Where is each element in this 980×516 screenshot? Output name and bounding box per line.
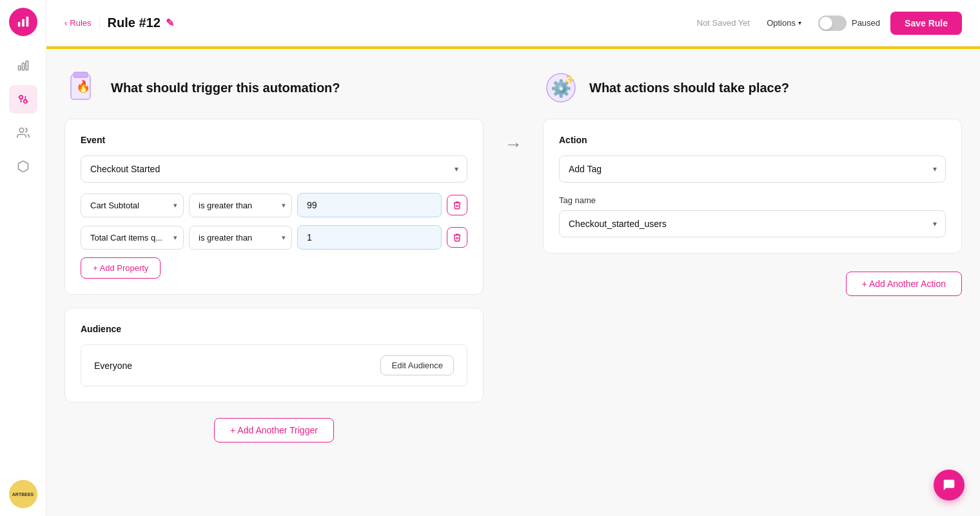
trigger-section-title: What should trigger this automation? xyxy=(111,81,340,95)
svg-rect-1 xyxy=(22,19,24,26)
svg-rect-5 xyxy=(26,61,28,70)
event-label: Event xyxy=(81,135,467,145)
edit-icon[interactable]: ✎ xyxy=(166,17,174,29)
action-section-header: ⚙️ ✨ What actions should take place? xyxy=(543,70,962,106)
svg-rect-14 xyxy=(74,72,88,77)
back-chevron-icon: ‹ xyxy=(64,18,67,28)
tag-name-label: Tag name xyxy=(559,195,946,205)
not-saved-status: Not Saved Yet xyxy=(697,18,750,28)
contacts-icon xyxy=(17,126,30,139)
rules-icon xyxy=(17,93,30,106)
toggle-knob xyxy=(819,17,832,30)
audience-inner: Everyone Edit Audience xyxy=(81,344,467,386)
svg-point-12 xyxy=(19,128,24,133)
condition-row-1: Cart Subtotal Total Cart items q... Orde… xyxy=(81,193,467,217)
condition-2-operator-select[interactable]: is greater than is less than equals cont… xyxy=(189,226,292,250)
action-panel: ⚙️ ✨ What actions should take place? Act… xyxy=(543,70,962,495)
condition-1-property-wrapper: Cart Subtotal Total Cart items q... Orde… xyxy=(81,194,184,217)
analytics-icon xyxy=(17,59,30,72)
svg-text:🔥: 🔥 xyxy=(76,79,91,94)
paused-label: Paused xyxy=(852,18,880,28)
products-icon xyxy=(17,160,30,173)
add-another-action-button[interactable]: + Add Another Action xyxy=(846,272,962,296)
back-label: Rules xyxy=(70,18,91,28)
action-label: Action xyxy=(559,135,946,145)
conditions-group: Cart Subtotal Total Cart items q... Orde… xyxy=(81,193,467,250)
avatar-text: ARTBEES xyxy=(12,492,34,497)
event-select[interactable]: Checkout Started Order Completed Page Vi… xyxy=(81,155,467,183)
trigger-panel: 🔥 What should trigger this automation? E… xyxy=(64,70,484,495)
arrow-separator: → xyxy=(504,70,522,495)
header-divider xyxy=(99,17,100,30)
flow-arrow-icon: → xyxy=(504,134,522,155)
trigger-section-icon: 🔥 xyxy=(64,70,101,106)
sidebar: ARTBEES xyxy=(0,0,46,516)
trigger-icon: 🔥 xyxy=(64,70,101,106)
trigger-section-header: 🔥 What should trigger this automation? xyxy=(64,70,484,106)
svg-point-7 xyxy=(23,100,26,103)
condition-2-delete-button[interactable] xyxy=(447,227,467,248)
save-rule-button[interactable]: Save Rule xyxy=(890,12,962,35)
condition-2-value-input[interactable] xyxy=(297,225,442,250)
chat-icon xyxy=(942,478,956,492)
paused-toggle-group: Paused xyxy=(818,15,880,31)
condition-1-value-wrapper xyxy=(297,193,442,217)
header: ‹ Rules Rule #12 ✎ Not Saved Yet Options… xyxy=(46,0,980,46)
paused-toggle[interactable] xyxy=(818,15,847,31)
action-card: Action Add Tag Remove Tag Send Email Upd… xyxy=(543,119,962,253)
svg-rect-3 xyxy=(18,66,20,70)
svg-rect-4 xyxy=(22,63,24,70)
options-button[interactable]: Options ▾ xyxy=(760,14,808,32)
svg-text:✨: ✨ xyxy=(564,74,575,85)
svg-point-6 xyxy=(19,95,23,99)
logo-icon xyxy=(16,15,30,29)
audience-value: Everyone xyxy=(94,361,132,371)
condition-1-delete-button[interactable] xyxy=(447,195,467,215)
action-section-title: What actions should take place? xyxy=(589,81,789,95)
action-icon: ⚙️ ✨ xyxy=(543,70,579,106)
action-select-wrapper: Add Tag Remove Tag Send Email Update Pro… xyxy=(559,155,946,183)
condition-1-operator-wrapper: is greater than is less than equals cont… xyxy=(189,194,292,217)
sidebar-item-products[interactable] xyxy=(9,152,37,181)
condition-1-operator-select[interactable]: is greater than is less than equals cont… xyxy=(189,194,292,217)
add-property-button[interactable]: + Add Property xyxy=(81,257,161,279)
delete-2-icon xyxy=(453,233,462,242)
condition-2-value-wrapper xyxy=(297,225,442,250)
sidebar-item-analytics[interactable] xyxy=(9,52,37,80)
main-content: ‹ Rules Rule #12 ✎ Not Saved Yet Options… xyxy=(46,0,980,516)
add-action-wrapper: + Add Another Action xyxy=(543,266,962,296)
logo[interactable] xyxy=(9,8,37,36)
condition-row-2: Total Cart items q... Cart Subtotal Orde… xyxy=(81,225,467,250)
event-card: Event Checkout Started Order Completed P… xyxy=(64,119,484,295)
rule-title-text: Rule #12 xyxy=(108,15,161,30)
add-another-trigger-button[interactable]: + Add Another Trigger xyxy=(214,418,334,442)
edit-audience-button[interactable]: Edit Audience xyxy=(380,355,454,375)
sidebar-item-contacts[interactable] xyxy=(9,119,37,147)
options-label: Options xyxy=(767,18,796,28)
tag-select[interactable]: Checkout_started_users VIP_users High_va… xyxy=(559,210,946,237)
condition-2-property-select[interactable]: Total Cart items q... Cart Subtotal Orde… xyxy=(81,226,184,250)
action-section-icon: ⚙️ ✨ xyxy=(543,70,579,106)
condition-2-operator-wrapper: is greater than is less than equals cont… xyxy=(189,226,292,250)
svg-rect-0 xyxy=(17,22,20,26)
options-chevron-icon: ▾ xyxy=(798,19,801,26)
rule-title-group: Rule #12 ✎ xyxy=(108,15,174,30)
condition-1-value-input[interactable] xyxy=(297,193,442,217)
add-trigger-wrapper: + Add Another Trigger xyxy=(64,415,484,442)
delete-1-icon xyxy=(453,201,462,210)
header-right: Not Saved Yet Options ▾ Paused Save Rule xyxy=(697,12,962,35)
chat-fab-button[interactable] xyxy=(934,470,965,501)
user-avatar[interactable]: ARTBEES xyxy=(9,480,37,508)
tag-select-wrapper: Checkout_started_users VIP_users High_va… xyxy=(559,210,946,237)
audience-label: Audience xyxy=(81,324,467,334)
event-select-wrapper: Checkout Started Order Completed Page Vi… xyxy=(81,155,467,183)
condition-1-property-select[interactable]: Cart Subtotal Total Cart items q... Orde… xyxy=(81,194,184,217)
content-area: 🔥 What should trigger this automation? E… xyxy=(46,49,980,516)
back-link[interactable]: ‹ Rules xyxy=(64,18,92,28)
action-select[interactable]: Add Tag Remove Tag Send Email Update Pro… xyxy=(559,155,946,183)
condition-2-property-wrapper: Total Cart items q... Cart Subtotal Orde… xyxy=(81,226,184,250)
sidebar-item-rules[interactable] xyxy=(9,85,37,114)
audience-card: Audience Everyone Edit Audience xyxy=(64,308,484,402)
svg-rect-2 xyxy=(26,17,28,27)
